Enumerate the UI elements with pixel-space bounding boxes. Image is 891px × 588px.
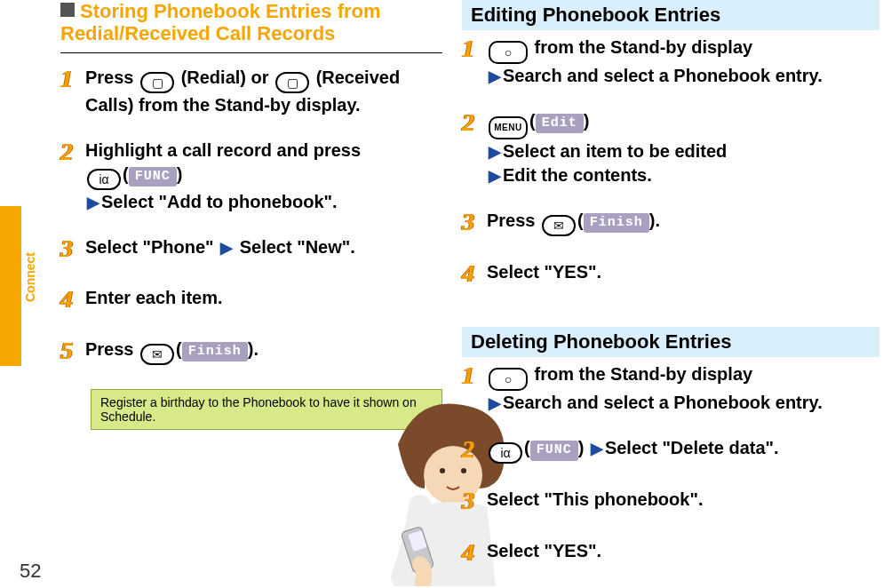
heading-square-bullet (60, 3, 75, 17)
arrow-icon: ▶ (489, 167, 501, 185)
text: Highlight a call record and press (85, 140, 361, 160)
arrow-icon: ▶ (489, 394, 501, 412)
softkey-label: Finish (182, 342, 248, 362)
edit-step-2: 2 MENU( Edit ) ▶Select an item to be edi… (462, 109, 879, 187)
step-number: 3 (60, 232, 85, 266)
step-body: iα(FUNC) ▶Select "Delete data". (487, 436, 879, 464)
section-color-tab (0, 206, 21, 366)
step-body: Highlight a call record and press iα(FUN… (85, 139, 442, 214)
del-step-1: 1 ○ from the Stand-by display ▶Search an… (462, 362, 879, 415)
text: Select "New". (240, 237, 355, 257)
i-alpha-key-icon: iα (489, 442, 522, 464)
text: Press (487, 211, 540, 230)
arrow-icon: ▶ (489, 143, 501, 161)
left-heading: Storing Phonebook Entries from Redial/Re… (60, 0, 442, 45)
step-number: 4 (60, 282, 85, 316)
editing-heading: Editing Phonebook Entries (462, 0, 879, 30)
heading-rule (60, 52, 442, 53)
step-number: 3 (462, 484, 487, 518)
edit-step-3: 3 Press ✉(Finish). (462, 209, 879, 239)
page-number: 52 (20, 560, 41, 583)
step-number: 2 (60, 135, 85, 169)
del-step-3: 3 Select "This phonebook". (462, 488, 879, 518)
arrow-icon: ▶ (87, 194, 99, 211)
left-column: Storing Phonebook Entries from Redial/Re… (60, 0, 442, 430)
step-body: Press ✉(Finish). (487, 209, 879, 236)
step-body: Press ✉(Finish). (85, 338, 442, 365)
text: . (655, 211, 660, 230)
del-step-4: 4 Select "YES". (462, 539, 879, 569)
arrow-icon: ▶ (220, 239, 233, 257)
text: from the Stand-by display (529, 364, 752, 384)
section-vertical-label: Connect (23, 252, 37, 302)
menu-key-icon: MENU (489, 116, 528, 139)
step-body: MENU( Edit ) ▶Select an item to be edite… (487, 109, 879, 187)
glyph: ▢ (287, 76, 298, 89)
deleting-heading: Deleting Phonebook Entries (462, 327, 879, 357)
left-step-1: 1 Press ▢ (Redial) or ▢ (Received Calls)… (60, 66, 442, 117)
left-margin: Connect 52 (0, 0, 53, 586)
text: Press (85, 339, 139, 359)
del-step-2: 2 iα(FUNC) ▶Select "Delete data". (462, 436, 879, 466)
text: (Redial) or (181, 68, 274, 87)
edit-step-1: 1 ○ from the Stand-by display ▶Search an… (462, 36, 879, 88)
left-key-icon: ▢ (275, 72, 309, 93)
arrow-icon: ▶ (591, 440, 603, 457)
softkey-label: FUNC (129, 167, 177, 187)
step-body: Select "YES". (487, 260, 879, 284)
step-body: Select "Phone" ▶ Select "New". (85, 235, 442, 259)
glyph: ○ (505, 46, 512, 59)
glyph: iα (99, 173, 108, 186)
left-step-3: 3 Select "Phone" ▶ Select "New". (60, 235, 442, 266)
glyph: ▢ (152, 76, 163, 89)
step-body: Select "This phonebook". (487, 488, 879, 512)
text: Search and select a Phonebook entry. (503, 393, 823, 412)
down-key-icon: ○ (489, 41, 528, 64)
text: Press (85, 68, 139, 87)
step-body: Enter each item. (85, 286, 442, 310)
step-number: 2 (462, 433, 487, 466)
right-key-icon: ▢ (140, 72, 174, 93)
edit-step-4: 4 Select "YES". (462, 260, 879, 290)
step-number: 4 (462, 257, 487, 290)
left-step-4: 4 Enter each item. (60, 286, 442, 316)
step-body: Press ▢ (Redial) or ▢ (Received Calls) f… (85, 66, 442, 117)
left-step-5: 5 Press ✉(Finish). (60, 338, 442, 368)
glyph: ✉ (152, 348, 163, 361)
text: Select "Delete data". (605, 438, 779, 457)
text: Select an item to be edited (503, 141, 727, 161)
step-number: 3 (462, 205, 487, 239)
spacer (462, 311, 879, 327)
softkey-label: Edit (536, 114, 584, 133)
text: Select "Phone" (85, 237, 214, 257)
svg-point-1 (440, 468, 445, 473)
step-number: 2 (462, 106, 487, 139)
text: Search and select a Phonebook entry. (503, 66, 823, 85)
mail-key-icon: ✉ (140, 344, 174, 365)
arrow-icon: ▶ (489, 68, 501, 85)
text: Edit the contents. (503, 165, 652, 185)
glyph: ✉ (553, 219, 564, 232)
softkey-label: FUNC (530, 441, 578, 460)
step-body: ○ from the Stand-by display ▶Search and … (487, 362, 879, 415)
text: Select "Add to phonebook". (101, 192, 338, 211)
glyph: iα (500, 447, 510, 459)
i-alpha-key-icon: iα (87, 169, 121, 190)
softkey-label: Finish (584, 213, 649, 233)
step-number: 1 (462, 32, 487, 66)
right-column: Editing Phonebook Entries 1 ○ from the S… (462, 0, 879, 569)
text: from the Stand-by display (529, 37, 752, 57)
step-number: 1 (60, 62, 85, 96)
left-heading-text: Storing Phonebook Entries from Redial/Re… (60, 0, 381, 44)
mail-key-icon: ✉ (542, 215, 576, 236)
left-step-2: 2 Highlight a call record and press iα(F… (60, 139, 442, 214)
step-number: 1 (462, 359, 487, 393)
step-body: Select "YES". (487, 539, 879, 563)
step-number: 5 (60, 334, 85, 368)
step-body: ○ from the Stand-by display ▶Search and … (487, 36, 879, 88)
down-key-icon: ○ (489, 368, 528, 391)
text: . (253, 339, 259, 359)
glyph: ○ (505, 373, 512, 385)
step-number: 4 (462, 536, 487, 569)
